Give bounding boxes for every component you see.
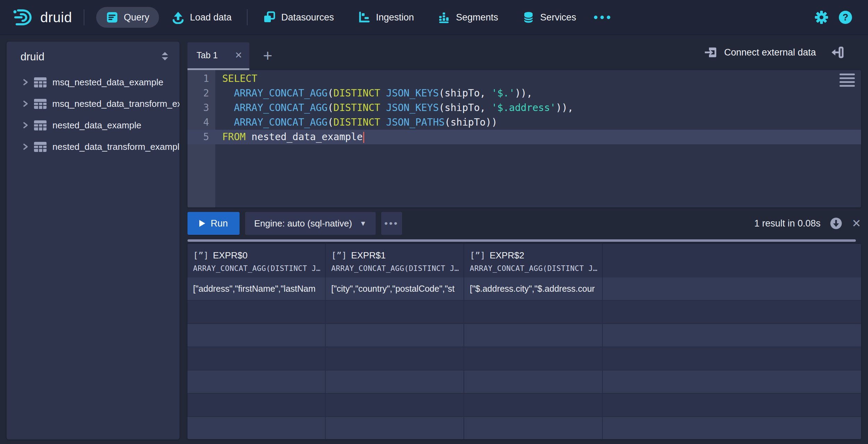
results-cell (464, 324, 603, 347)
code-text: ARRAY_CONCAT_AGG(DISTINCT JSON_KEYS(ship… (215, 101, 573, 115)
table-icon (34, 142, 47, 152)
tree-item-datasource[interactable]: nested_data_transform_exampl (7, 136, 180, 157)
results-cell (603, 324, 861, 347)
results-row (187, 301, 861, 324)
close-results-icon[interactable]: ✕ (852, 217, 861, 230)
engine-select[interactable]: Engine: auto (sql-native) ▼ (245, 212, 376, 235)
results-column-header[interactable]: [”]EXPR$2ARRAY_CONCAT_AGG(DISTINCT J… (464, 244, 603, 278)
play-icon (199, 220, 205, 227)
results-cell (603, 394, 861, 417)
nav-more-button[interactable]: ••• (593, 11, 613, 24)
results-resize-handle[interactable] (187, 239, 856, 242)
results-header-row: [”]EXPR$0ARRAY_CONCAT_AGG(DISTINCT J…[”]… (187, 244, 861, 278)
settings-gear-icon[interactable] (815, 10, 828, 24)
results-cell (603, 370, 861, 394)
run-more-button[interactable]: ••• (381, 212, 402, 235)
results-cell[interactable]: ["city","country","postalCode","st (326, 278, 464, 301)
line-number: 5 (187, 130, 215, 144)
string-array-type-icon: [”] (331, 250, 347, 261)
text-cursor (363, 132, 364, 143)
results-column-header-empty (603, 244, 861, 278)
results-cell (464, 370, 603, 394)
code-line-5[interactable]: 5FROM nested_data_example (187, 130, 861, 144)
results-cell[interactable]: ["$.address.city","$.address.cour (464, 278, 603, 301)
download-results-icon[interactable] (829, 217, 843, 230)
nav-item-services[interactable]: Services (520, 11, 578, 24)
column-formula: ARRAY_CONCAT_AGG(DISTINCT J… (470, 264, 597, 273)
code-line-2[interactable]: 2 ARRAY_CONCAT_AGG(DISTINCT JSON_KEYS(sh… (187, 86, 861, 101)
chevron-right-icon[interactable] (22, 78, 30, 86)
results-cell (326, 417, 464, 439)
editor-menu-icon[interactable] (840, 74, 855, 89)
svg-text:?: ? (843, 12, 849, 23)
results-cell (603, 278, 861, 301)
results-cell (603, 417, 861, 439)
run-button[interactable]: Run (187, 212, 240, 235)
nav-item-segments[interactable]: Segments (435, 11, 500, 24)
datasource-tree: msq_nested_data_examplemsq_nested_data_t… (7, 71, 180, 157)
tree-item-datasource[interactable]: msq_nested_data_example (7, 71, 180, 93)
query-tab-bar: Tab 1 ✕ + Connect external data (187, 35, 868, 70)
sort-icon[interactable] (161, 51, 169, 62)
results-cell (326, 324, 464, 347)
load-data-icon (172, 11, 185, 24)
nav-item-label: Load data (190, 12, 232, 23)
code-text: SELECT (215, 71, 257, 86)
results-cell (464, 394, 603, 417)
column-name: EXPR$1 (351, 250, 386, 261)
results-cell (464, 347, 603, 370)
nav-item-query[interactable]: Query (96, 7, 159, 28)
query-tab-label: Tab 1 (197, 50, 218, 60)
sidebar-header: druid (7, 42, 180, 63)
results-cell[interactable]: ["address","firstName","lastNam (187, 278, 326, 301)
help-icon[interactable]: ? (838, 10, 853, 25)
line-number: 2 (187, 86, 215, 101)
chevron-down-icon: ▼ (360, 220, 367, 228)
chevron-right-icon[interactable] (22, 143, 30, 151)
results-cell (464, 417, 603, 439)
column-formula: ARRAY_CONCAT_AGG(DISTINCT J… (193, 264, 320, 273)
nav-right-actions: ? (815, 10, 853, 25)
column-formula: ARRAY_CONCAT_AGG(DISTINCT J… (331, 264, 459, 273)
sql-editor[interactable]: 1SELECT2 ARRAY_CONCAT_AGG(DISTINCT JSON_… (187, 70, 861, 207)
results-row (187, 417, 861, 439)
line-number: 4 (187, 115, 215, 130)
nav-item-label: Datasources (281, 12, 334, 23)
chevron-right-icon[interactable] (22, 100, 30, 108)
datasource-name: msq_nested_data_transform_ex (52, 99, 180, 109)
tree-item-datasource[interactable]: msq_nested_data_transform_ex (7, 93, 180, 114)
nav-item-label: Query (124, 12, 149, 23)
result-status: 1 result in 0.08s (754, 218, 821, 229)
nav-divider (247, 9, 248, 25)
add-tab-button[interactable]: + (256, 42, 280, 68)
string-array-type-icon: [”] (193, 250, 209, 261)
connect-external-data[interactable]: Connect external data (704, 35, 844, 70)
code-line-4[interactable]: 4 ARRAY_CONCAT_AGG(DISTINCT JSON_PATHS(s… (187, 115, 861, 130)
brand[interactable]: druid (12, 8, 72, 27)
code-line-3[interactable]: 3 ARRAY_CONCAT_AGG(DISTINCT JSON_KEYS(sh… (187, 101, 861, 115)
code-lines: 1SELECT2 ARRAY_CONCAT_AGG(DISTINCT JSON_… (187, 71, 861, 144)
results-cell (603, 347, 861, 370)
run-button-label: Run (211, 218, 228, 229)
column-name: EXPR$2 (490, 250, 524, 261)
nav-item-label: Ingestion (376, 12, 414, 23)
close-tab-icon[interactable]: ✕ (235, 50, 242, 61)
results-column-header[interactable]: [”]EXPR$0ARRAY_CONCAT_AGG(DISTINCT J… (187, 244, 326, 278)
code-line-1[interactable]: 1SELECT (187, 71, 861, 86)
results-cell (187, 394, 326, 417)
chevron-right-icon[interactable] (22, 121, 30, 129)
datasource-sidebar: druid msq_nested_data_examplemsq_nested_… (7, 42, 180, 439)
results-table: [”]EXPR$0ARRAY_CONCAT_AGG(DISTINCT J…[”]… (187, 244, 861, 439)
nav-item-load-data[interactable]: Load data (169, 11, 234, 24)
results-column-header[interactable]: [”]EXPR$1ARRAY_CONCAT_AGG(DISTINCT J… (326, 244, 464, 278)
nav-item-ingestion[interactable]: Ingestion (356, 11, 416, 24)
results-cell (326, 301, 464, 324)
services-icon (522, 11, 535, 24)
table-icon (34, 77, 47, 88)
tree-item-datasource[interactable]: nested_data_example (7, 114, 180, 136)
nav-item-datasources[interactable]: Datasources (261, 11, 336, 24)
datasource-name: nested_data_transform_exampl (52, 142, 180, 152)
query-tab[interactable]: Tab 1 ✕ (187, 42, 249, 70)
brand-name: druid (40, 10, 72, 25)
work-panel-toggle-icon[interactable] (831, 45, 844, 59)
